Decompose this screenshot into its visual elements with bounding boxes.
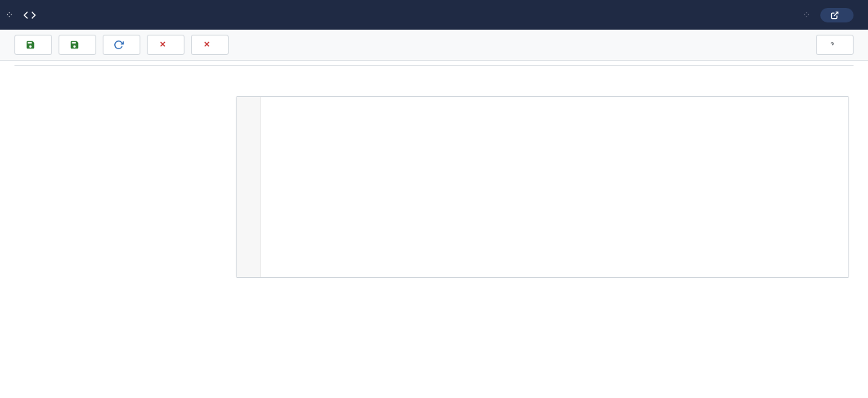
code-icon [23, 9, 36, 22]
version-badge[interactable] [803, 12, 813, 19]
toolbar [0, 30, 868, 61]
tabs [14, 61, 854, 66]
top-bar [0, 0, 868, 30]
x-icon [158, 40, 168, 50]
rename-file-button[interactable] [103, 35, 140, 55]
save-icon [25, 40, 35, 50]
save-close-button[interactable] [59, 35, 96, 55]
question-icon [827, 40, 837, 50]
refresh-icon [114, 40, 124, 50]
save-button[interactable] [14, 35, 52, 55]
code-editor[interactable] [236, 96, 849, 278]
content-area [0, 61, 868, 292]
help-button[interactable] [816, 35, 854, 55]
save-icon [69, 40, 80, 50]
delete-file-button[interactable] [147, 35, 184, 55]
close-file-button[interactable] [191, 35, 229, 55]
test-button[interactable] [820, 8, 854, 22]
editing-file-label [14, 66, 854, 96]
joomla-logo-icon[interactable] [6, 9, 13, 21]
svg-line-0 [834, 12, 838, 16]
x-icon [202, 40, 212, 50]
file-tree [19, 96, 214, 278]
